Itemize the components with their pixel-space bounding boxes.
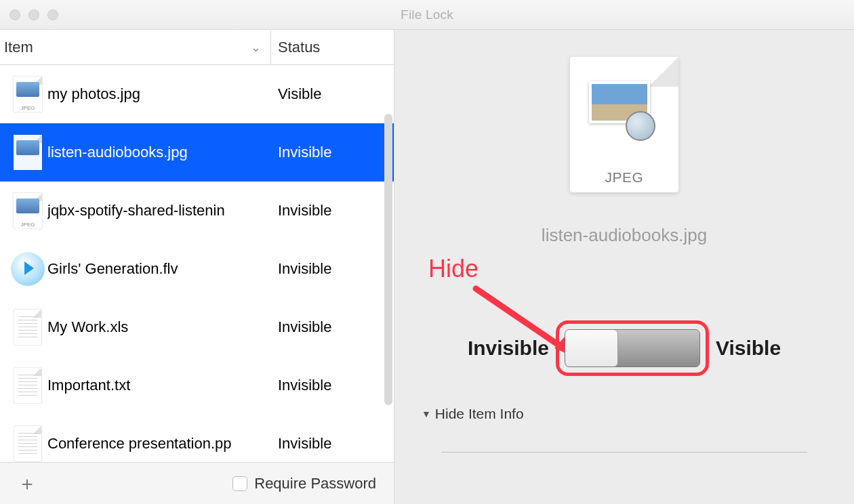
file-status: Visible: [271, 85, 321, 103]
document-icon: [14, 368, 41, 403]
file-name: my photos.jpg: [47, 85, 271, 103]
require-password-checkbox[interactable]: [232, 476, 247, 491]
jpeg-icon: JPEG: [14, 135, 42, 170]
file-status: Invisible: [271, 435, 331, 453]
table-row[interactable]: JPEG my photos.jpg Visible: [0, 65, 394, 123]
file-list-pane: Item ⌄ Status JPEG my photos.jpg Visible…: [0, 30, 394, 504]
detail-pane: JPEG listen-audiobooks.jpg Hide Invisibl…: [394, 30, 854, 504]
table-row[interactable]: Conference presentation.pp Invisible: [0, 415, 394, 462]
table-row[interactable]: Important.txt Invisible: [0, 356, 394, 415]
visible-label: Visible: [716, 337, 781, 360]
visibility-toggle[interactable]: [565, 329, 700, 367]
separator: [441, 452, 807, 453]
column-headers: Item ⌄ Status: [0, 30, 394, 65]
file-name: jqbx-spotify-shared-listenin: [47, 202, 271, 219]
file-type-label: JPEG: [605, 169, 644, 186]
hide-item-info-label: Hide Item Info: [435, 406, 524, 422]
file-name: Girls' Generation.flv: [47, 260, 271, 278]
document-icon: [14, 310, 41, 345]
file-name: Important.txt: [47, 377, 271, 394]
selected-filename: listen-audiobooks.jpg: [542, 225, 707, 246]
chevron-down-icon: ⌄: [251, 40, 261, 55]
jpeg-icon: JPEG: [14, 193, 42, 228]
bottom-toolbar: ＋ Require Password: [0, 462, 394, 504]
jpeg-icon: JPEG: [14, 77, 42, 112]
table-row[interactable]: Girls' Generation.flv Invisible: [0, 240, 394, 298]
titlebar: File Lock: [0, 0, 854, 30]
file-status: Invisible: [271, 377, 331, 394]
column-header-item-label: Item: [4, 39, 33, 56]
file-rows: JPEG my photos.jpg Visible JPEG listen-a…: [0, 65, 394, 462]
column-header-item[interactable]: Item ⌄: [0, 30, 271, 64]
file-preview-icon: JPEG: [570, 57, 678, 192]
column-header-status-label: Status: [278, 39, 320, 56]
document-icon: [14, 426, 41, 461]
file-status: Invisible: [271, 260, 331, 278]
window-title: File Lock: [0, 7, 854, 22]
table-row[interactable]: JPEG jqbx-spotify-shared-listenin Invisi…: [0, 182, 394, 240]
file-name: Conference presentation.pp: [47, 435, 271, 453]
invisible-label: Invisible: [468, 337, 549, 360]
file-name: listen-audiobooks.jpg: [47, 144, 271, 161]
visibility-toggle-row: Invisible Visible: [468, 320, 781, 376]
table-row[interactable]: JPEG listen-audiobooks.jpg Invisible: [0, 123, 394, 182]
require-password-option[interactable]: Require Password: [232, 475, 376, 492]
toggle-knob[interactable]: [565, 330, 618, 366]
scrollbar[interactable]: [384, 114, 392, 405]
file-name: My Work.xls: [47, 318, 271, 336]
column-header-status[interactable]: Status: [271, 30, 394, 64]
magnifying-glass-icon: [626, 111, 655, 141]
disclosure-triangle-icon: ▼: [422, 408, 431, 419]
file-status: Invisible: [271, 318, 331, 336]
annotation-highlight-box: [556, 320, 709, 376]
file-status: Invisible: [271, 202, 331, 219]
require-password-label: Require Password: [254, 475, 376, 492]
file-status: Invisible: [271, 144, 331, 161]
video-icon: [11, 252, 45, 286]
table-row[interactable]: My Work.xls Invisible: [0, 298, 394, 356]
add-file-button[interactable]: ＋: [18, 471, 37, 497]
annotation-hide-label: Hide: [428, 255, 479, 283]
hide-item-info-toggle[interactable]: ▼ Hide Item Info: [422, 406, 524, 422]
